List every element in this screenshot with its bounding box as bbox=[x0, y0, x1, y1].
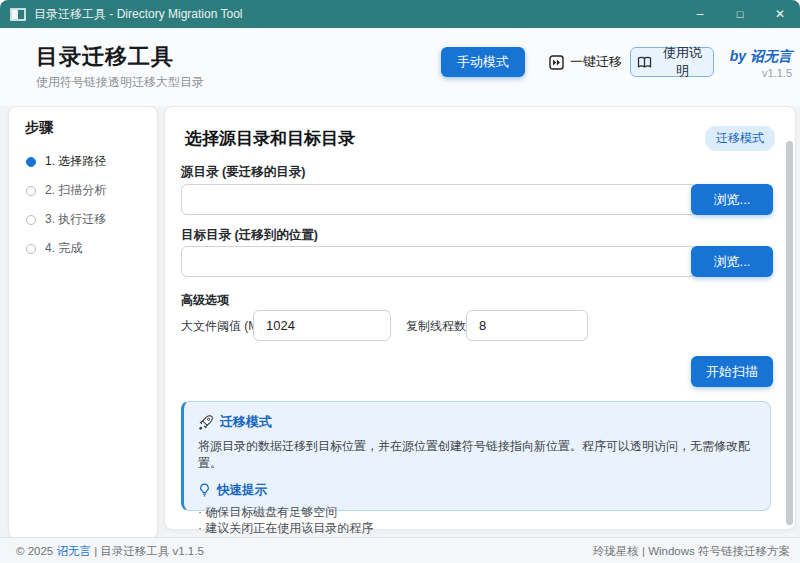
advanced-options-title: 高级选项 bbox=[181, 292, 229, 309]
info-mode-title: 迁移模式 bbox=[220, 413, 272, 431]
page-subtitle: 使用符号链接透明迁移大型目录 bbox=[36, 74, 204, 91]
step-label: 2. 扫描分析 bbox=[45, 182, 106, 199]
app-window-icon bbox=[10, 8, 26, 21]
window-controls: – □ ✕ bbox=[680, 0, 800, 28]
oneclick-mode-button[interactable]: 一键迁移 bbox=[543, 49, 628, 75]
scrollbar[interactable] bbox=[786, 141, 793, 525]
book-icon bbox=[637, 56, 652, 69]
step-label: 4. 完成 bbox=[45, 240, 82, 257]
fast-forward-icon bbox=[549, 55, 564, 70]
window-title: 目录迁移工具 - Directory Migration Tool bbox=[34, 6, 243, 23]
steps-sidebar: 步骤 1. 选择路径 2. 扫描分析 3. 执行迁移 4. 完成 bbox=[8, 106, 158, 539]
tip-item: 确保目标磁盘有足够空间 bbox=[198, 504, 756, 520]
tips-title-row: 快速提示 bbox=[198, 482, 756, 499]
copyright-prefix: © 2025 bbox=[16, 545, 56, 557]
steps-list: 1. 选择路径 2. 扫描分析 3. 执行迁移 4. 完成 bbox=[9, 147, 157, 263]
minimize-button[interactable]: – bbox=[680, 0, 720, 28]
tip-item: 建议关闭正在使用该目录的程序 bbox=[198, 520, 756, 536]
threads-label: 复制线程数: bbox=[406, 318, 469, 335]
step-dot-icon bbox=[26, 215, 36, 225]
app-window: 目录迁移工具 - Directory Migration Tool – □ ✕ … bbox=[0, 0, 800, 563]
step-label: 1. 选择路径 bbox=[45, 153, 106, 170]
copyright-suffix: | 目录迁移工具 v1.1.5 bbox=[91, 545, 204, 557]
step-dot-icon bbox=[26, 244, 36, 254]
info-box: 迁移模式 将源目录的数据迁移到目标位置，并在源位置创建符号链接指向新位置。程序可… bbox=[181, 401, 771, 511]
browse-target-button[interactable]: 浏览... bbox=[691, 246, 773, 277]
source-dir-input[interactable] bbox=[181, 184, 697, 215]
close-button[interactable]: ✕ bbox=[760, 0, 800, 28]
target-dir-input[interactable] bbox=[181, 246, 697, 277]
titlebar: 目录迁移工具 - Directory Migration Tool – □ ✕ bbox=[0, 0, 800, 28]
footer: © 2025 诏无言 | 目录迁移工具 v1.1.5 玲珑星核 | Window… bbox=[0, 537, 800, 563]
oneclick-mode-label: 一键迁移 bbox=[570, 53, 622, 71]
steps-title: 步骤 bbox=[25, 119, 53, 137]
target-dir-label: 目标目录 (迁移到的位置) bbox=[181, 227, 318, 244]
mode-badge: 迁移模式 bbox=[705, 126, 775, 151]
threshold-input[interactable] bbox=[253, 310, 391, 341]
page-title: 目录迁移工具 bbox=[36, 42, 174, 72]
footer-tagline: 玲珑星核 | Windows 符号链接迁移方案 bbox=[593, 544, 790, 559]
step-item-3: 3. 执行迁移 bbox=[9, 205, 157, 234]
lightbulb-icon bbox=[198, 483, 211, 497]
tips-title: 快速提示 bbox=[217, 482, 267, 499]
header: 目录迁移工具 使用符号链接透明迁移大型目录 手动模式 一键迁移 使用说明 bbox=[0, 28, 800, 106]
footer-copyright: © 2025 诏无言 | 目录迁移工具 v1.1.5 bbox=[16, 544, 204, 559]
info-mode-title-row: 迁移模式 bbox=[198, 413, 756, 431]
maximize-button[interactable]: □ bbox=[720, 0, 760, 28]
scrollbar-thumb[interactable] bbox=[786, 141, 793, 525]
main-panel: 选择源目录和目标目录 迁移模式 源目录 (要迁移的目录) 浏览... 目标目录 … bbox=[164, 106, 796, 530]
start-scan-button[interactable]: 开始扫描 bbox=[691, 356, 773, 387]
step-item-4: 4. 完成 bbox=[9, 234, 157, 263]
step-item-2: 2. 扫描分析 bbox=[9, 176, 157, 205]
section-heading: 选择源目录和目标目录 bbox=[185, 127, 355, 150]
step-dot-icon bbox=[26, 186, 36, 196]
threads-input[interactable] bbox=[466, 310, 588, 341]
info-mode-description: 将源目录的数据迁移到目标位置，并在源位置创建符号链接指向新位置。程序可以透明访问… bbox=[198, 438, 756, 473]
step-item-1: 1. 选择路径 bbox=[9, 147, 157, 176]
author-signature: by 诏无言 bbox=[682, 48, 792, 66]
manual-mode-button[interactable]: 手动模式 bbox=[441, 47, 525, 77]
footer-author-link[interactable]: 诏无言 bbox=[56, 545, 91, 557]
step-dot-active-icon bbox=[26, 157, 36, 167]
source-dir-label: 源目录 (要迁移的目录) bbox=[181, 164, 305, 181]
rocket-icon bbox=[198, 415, 213, 430]
step-label: 3. 执行迁移 bbox=[45, 211, 106, 228]
browse-source-button[interactable]: 浏览... bbox=[691, 184, 773, 215]
version-label: v1.1.5 bbox=[682, 67, 792, 79]
